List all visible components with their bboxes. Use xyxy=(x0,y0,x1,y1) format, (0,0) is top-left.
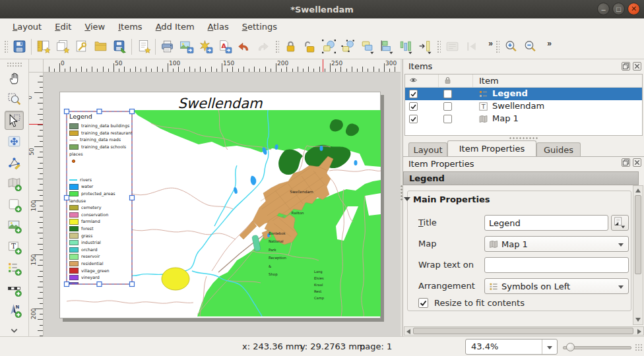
ruler-cursor-y xyxy=(29,124,44,125)
pan-layout-button[interactable] xyxy=(5,69,24,88)
add-north-arrow-button[interactable]: N xyxy=(5,301,24,320)
legend-entry-label: farmland xyxy=(81,219,100,224)
props-close-button[interactable] xyxy=(633,158,641,167)
new-layout-icon xyxy=(36,39,51,54)
arrangement-select[interactable]: Symbols on Left xyxy=(484,278,629,294)
lock-checkbox[interactable] xyxy=(443,115,452,123)
menu-settings[interactable]: Settings xyxy=(236,20,283,33)
title-label: Title xyxy=(418,218,437,227)
legend-item[interactable]: Legend training_data buildingstraining_d… xyxy=(67,111,132,284)
zoom-level-combo[interactable]: 43.4% xyxy=(465,339,558,355)
visibility-checkbox[interactable] xyxy=(409,90,418,98)
map-select[interactable]: Map 1 xyxy=(484,236,629,252)
select-move-item-button[interactable] xyxy=(5,111,24,130)
resize-selected-items-button[interactable] xyxy=(415,37,434,57)
legend-entry xyxy=(69,158,132,165)
save-button[interactable] xyxy=(10,37,29,57)
items-splitter-grip[interactable] xyxy=(509,136,539,140)
lock-checkbox[interactable] xyxy=(443,102,452,111)
open-folder-icon xyxy=(93,39,108,54)
items-row-legend[interactable]: Legend xyxy=(405,88,642,100)
menu-items[interactable]: Items xyxy=(112,20,148,33)
add-picture-button[interactable] xyxy=(5,216,24,235)
edit-nodes-item-button[interactable] xyxy=(5,153,24,172)
scroll-up-icon xyxy=(635,189,641,193)
layout-manager-button[interactable] xyxy=(72,37,91,57)
legend-entry-label: training_data buildings xyxy=(81,123,129,129)
minimize-button[interactable]: – xyxy=(597,3,610,15)
lock-selected-items-button[interactable] xyxy=(281,37,300,57)
add-map-button[interactable] xyxy=(5,174,24,193)
zoom-slider[interactable] xyxy=(563,346,631,349)
menu-view[interactable]: View xyxy=(79,20,111,33)
ruler-label: 100 xyxy=(169,60,180,67)
duplicate-layout-button[interactable] xyxy=(53,37,72,57)
horizontal-scrollbar[interactable] xyxy=(404,326,644,336)
print-button[interactable] xyxy=(158,37,177,57)
undo-button[interactable] xyxy=(234,37,253,57)
add-label-button[interactable]: T xyxy=(5,237,24,256)
legend-entry-label: grass xyxy=(81,233,92,239)
cursor-x-readout: x: 243.36 mm xyxy=(242,341,302,351)
move-item-content-button[interactable] xyxy=(5,132,24,151)
group-items-button[interactable] xyxy=(319,37,338,57)
items-row-swellendam[interactable]: TSwellendam xyxy=(405,100,642,113)
vertical-scrollbar[interactable] xyxy=(633,185,643,325)
visibility-checkbox[interactable] xyxy=(409,115,418,123)
close-button[interactable]: ✕ xyxy=(628,3,640,15)
ungroup-items-button[interactable] xyxy=(338,37,358,57)
visibility-checkbox[interactable] xyxy=(409,102,418,111)
tab-layout[interactable]: Layout xyxy=(408,142,447,156)
menu-add-item[interactable]: Add Item xyxy=(150,20,201,33)
add-legend-button[interactable] xyxy=(5,258,24,278)
print-icon xyxy=(160,39,175,54)
add-scale-bar-button[interactable] xyxy=(5,280,24,299)
tab-guides[interactable]: Guides xyxy=(536,142,581,156)
add-items-from-template-button[interactable] xyxy=(134,37,153,57)
items-float-button[interactable] xyxy=(622,62,630,71)
toolbar-overflow-button[interactable]: » xyxy=(481,37,493,57)
props-float-button[interactable] xyxy=(622,158,630,167)
map-title-item[interactable]: Swellendam xyxy=(60,96,380,111)
save-as-template-button[interactable] xyxy=(110,37,129,57)
zoom-layout-button[interactable] xyxy=(5,90,24,109)
items-row-map-1[interactable]: Map 1 xyxy=(405,113,642,125)
legend-title-input[interactable] xyxy=(484,215,608,231)
legend-entry: cemetery xyxy=(69,204,132,212)
lock-checkbox[interactable] xyxy=(443,90,452,98)
align-selected-items-button[interactable] xyxy=(377,37,396,57)
export-as-image-button[interactable] xyxy=(177,37,196,57)
atlas-first-icon xyxy=(464,39,479,54)
layout-canvas[interactable]: Swellendam xyxy=(44,73,401,336)
window-resize-grip[interactable] xyxy=(635,343,643,351)
export-as-svg-button[interactable] xyxy=(196,37,215,57)
open-layout-button[interactable] xyxy=(91,37,110,57)
tab-item-properties[interactable]: Item Properties xyxy=(447,140,536,156)
statusbar: x: 243.36 mm y: 29.2763 mm page: 1 43.4% xyxy=(0,336,644,356)
toolbar-overflow-2-button[interactable]: » xyxy=(540,37,552,57)
menu-edit[interactable]: Edit xyxy=(49,20,77,33)
data-defined-override-button[interactable] xyxy=(611,215,629,231)
raise-selected-items-button[interactable] xyxy=(358,37,377,57)
new-layout-button[interactable] xyxy=(34,37,53,57)
legend-swatch xyxy=(69,205,79,211)
items-close-button[interactable] xyxy=(633,62,641,71)
zoom-out-button[interactable] xyxy=(521,37,540,57)
wrap-text-input[interactable] xyxy=(484,257,629,273)
zoom-in-button[interactable] xyxy=(501,37,521,57)
export-as-pdf-button[interactable]: A xyxy=(215,37,234,57)
unlock-all-items-button[interactable] xyxy=(300,37,319,57)
section-header[interactable]: Main Properties xyxy=(413,194,490,204)
distribute-selected-items-button[interactable] xyxy=(396,37,415,57)
toolbar-more-button[interactable] xyxy=(5,322,24,334)
maximize-button[interactable]: □ xyxy=(612,3,625,15)
menu-layout[interactable]: Layout xyxy=(7,20,48,33)
legend-entry-label: orchard xyxy=(81,247,97,252)
menu-atlas[interactable]: Atlas xyxy=(202,20,235,33)
scroll-left-icon xyxy=(406,329,410,334)
items-panel-title: Items xyxy=(408,61,432,71)
zoom-slider-handle[interactable] xyxy=(566,343,575,351)
add-3d-map-button[interactable] xyxy=(5,195,24,214)
resize-to-fit-checkbox[interactable] xyxy=(418,298,428,308)
window-title: *Swellendam xyxy=(290,5,354,15)
